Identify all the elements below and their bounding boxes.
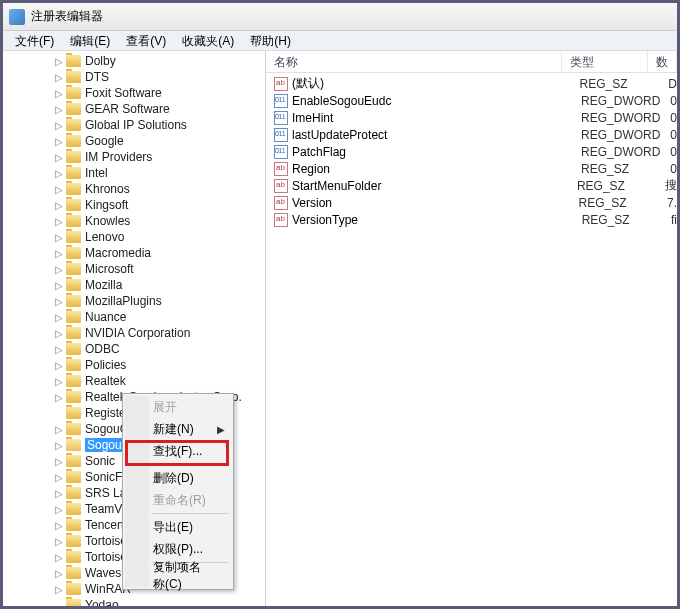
expand-icon[interactable]: ▷ [53, 552, 64, 563]
expand-icon[interactable]: ▷ [53, 360, 64, 371]
expand-icon[interactable]: ▷ [53, 88, 64, 99]
tree-label[interactable]: Intel [85, 166, 108, 180]
tree-node[interactable]: ▷Mozilla [3, 277, 265, 293]
tree-label[interactable]: GEAR Software [85, 102, 170, 116]
tree-label[interactable]: Kingsoft [85, 198, 128, 212]
tree-label[interactable]: NVIDIA Corporation [85, 326, 190, 340]
menu-edit[interactable]: 编辑(E) [62, 31, 118, 50]
expand-icon[interactable]: ▷ [53, 280, 64, 291]
value-row[interactable]: (默认)REG_SZD [266, 75, 677, 92]
value-row[interactable]: VersionREG_SZ7. [266, 194, 677, 211]
ctx-permissions[interactable]: 权限(P)... [125, 538, 231, 560]
menu-help[interactable]: 帮助(H) [242, 31, 299, 50]
tree-node[interactable]: ▷Kingsoft [3, 197, 265, 213]
expand-icon[interactable]: ▷ [53, 152, 64, 163]
tree-node[interactable]: ▷Global IP Solutions [3, 117, 265, 133]
tree-label[interactable]: Microsoft [85, 262, 134, 276]
expand-icon[interactable]: ▷ [53, 200, 64, 211]
tree-label[interactable]: Tortoise [85, 550, 127, 564]
expand-icon[interactable]: ▷ [53, 328, 64, 339]
tree-node[interactable]: ▷Dolby [3, 53, 265, 69]
value-row[interactable]: ImeHintREG_DWORD0 [266, 109, 677, 126]
ctx-delete[interactable]: 删除(D) [125, 467, 231, 489]
tree-label[interactable]: Knowles [85, 214, 130, 228]
expand-icon[interactable]: ▷ [53, 392, 64, 403]
tree-node[interactable]: ▷Lenovo [3, 229, 265, 245]
expand-icon[interactable]: ▷ [53, 184, 64, 195]
expand-icon[interactable]: ▷ [53, 136, 64, 147]
menu-file[interactable]: 文件(F) [7, 31, 62, 50]
tree-node[interactable]: ▷IM Providers [3, 149, 265, 165]
tree-label[interactable]: Google [85, 134, 124, 148]
tree-node[interactable]: ▷Microsoft [3, 261, 265, 277]
tree-node[interactable]: ▷ODBC [3, 341, 265, 357]
tree-label[interactable]: Foxit Software [85, 86, 162, 100]
tree-node[interactable]: ▷Google [3, 133, 265, 149]
tree-node[interactable]: Yodao [3, 597, 265, 606]
value-row[interactable]: RegionREG_SZ0 [266, 160, 677, 177]
tree-label[interactable]: Khronos [85, 182, 130, 196]
expand-icon[interactable]: ▷ [53, 104, 64, 115]
ctx-copy-key-name[interactable]: 复制项名称(C) [125, 565, 231, 587]
expand-icon[interactable]: ▷ [53, 248, 64, 259]
expand-icon[interactable]: ▷ [53, 296, 64, 307]
tree-node[interactable]: ▷NVIDIA Corporation [3, 325, 265, 341]
value-row[interactable]: StartMenuFolderREG_SZ搜 [266, 177, 677, 194]
expand-icon[interactable]: ▷ [53, 264, 64, 275]
expand-icon[interactable]: ▷ [53, 216, 64, 227]
col-name[interactable]: 名称 [266, 51, 562, 72]
expand-icon[interactable]: ▷ [53, 584, 64, 595]
expand-icon[interactable]: ▷ [53, 456, 64, 467]
tree-label[interactable]: Dolby [85, 54, 116, 68]
expand-icon[interactable]: ▷ [53, 376, 64, 387]
tree-label[interactable]: Mozilla [85, 278, 122, 292]
tree-label[interactable]: Sonic [85, 454, 115, 468]
tree-label[interactable]: Tortoise [85, 534, 127, 548]
tree-label[interactable]: Lenovo [85, 230, 124, 244]
tree-label[interactable]: MozillaPlugins [85, 294, 162, 308]
col-data[interactable]: 数 [648, 51, 677, 72]
expand-icon[interactable]: ▷ [53, 56, 64, 67]
tree-label[interactable]: Global IP Solutions [85, 118, 187, 132]
expand-icon[interactable]: ▷ [53, 312, 64, 323]
tree-label[interactable]: Tencent [85, 518, 127, 532]
value-row[interactable]: VersionTypeREG_SZfi [266, 211, 677, 228]
menu-favorites[interactable]: 收藏夹(A) [174, 31, 242, 50]
expand-icon[interactable]: ▷ [53, 504, 64, 515]
tree-label[interactable]: Realtek [85, 374, 126, 388]
tree-node[interactable]: ▷Nuance [3, 309, 265, 325]
ctx-find[interactable]: 查找(F)... [125, 440, 231, 462]
expand-icon[interactable]: ▷ [53, 424, 64, 435]
tree-label[interactable]: ODBC [85, 342, 120, 356]
expand-icon[interactable]: ▷ [53, 440, 64, 451]
tree-node[interactable]: ▷MozillaPlugins [3, 293, 265, 309]
expand-icon[interactable]: ▷ [53, 344, 64, 355]
tree-label[interactable]: Nuance [85, 310, 126, 324]
tree-node[interactable]: ▷Knowles [3, 213, 265, 229]
tree-node[interactable]: ▷Realtek [3, 373, 265, 389]
tree-label[interactable]: Policies [85, 358, 126, 372]
expand-icon[interactable]: ▷ [53, 568, 64, 579]
ctx-expand[interactable]: 展开 [125, 396, 231, 418]
col-type[interactable]: 类型 [562, 51, 648, 72]
ctx-new[interactable]: 新建(N)▶ [125, 418, 231, 440]
tree-node[interactable]: ▷DTS [3, 69, 265, 85]
menu-view[interactable]: 查看(V) [118, 31, 174, 50]
expand-icon[interactable]: ▷ [53, 472, 64, 483]
tree-node[interactable]: ▷Intel [3, 165, 265, 181]
tree-label[interactable]: IM Providers [85, 150, 152, 164]
expand-icon[interactable]: ▷ [53, 72, 64, 83]
tree-node[interactable]: ▷Policies [3, 357, 265, 373]
tree-node[interactable]: ▷Macromedia [3, 245, 265, 261]
expand-icon[interactable]: ▷ [53, 536, 64, 547]
ctx-export[interactable]: 导出(E) [125, 516, 231, 538]
expand-icon[interactable]: ▷ [53, 520, 64, 531]
expand-icon[interactable]: ▷ [53, 488, 64, 499]
tree-node[interactable]: ▷Foxit Software [3, 85, 265, 101]
value-row[interactable]: lastUpdateProtectREG_DWORD0 [266, 126, 677, 143]
value-row[interactable]: PatchFlagREG_DWORD0 [266, 143, 677, 160]
expand-icon[interactable]: ▷ [53, 168, 64, 179]
ctx-rename[interactable]: 重命名(R) [125, 489, 231, 511]
value-row[interactable]: EnableSogouEudcREG_DWORD0 [266, 92, 677, 109]
expand-icon[interactable]: ▷ [53, 120, 64, 131]
